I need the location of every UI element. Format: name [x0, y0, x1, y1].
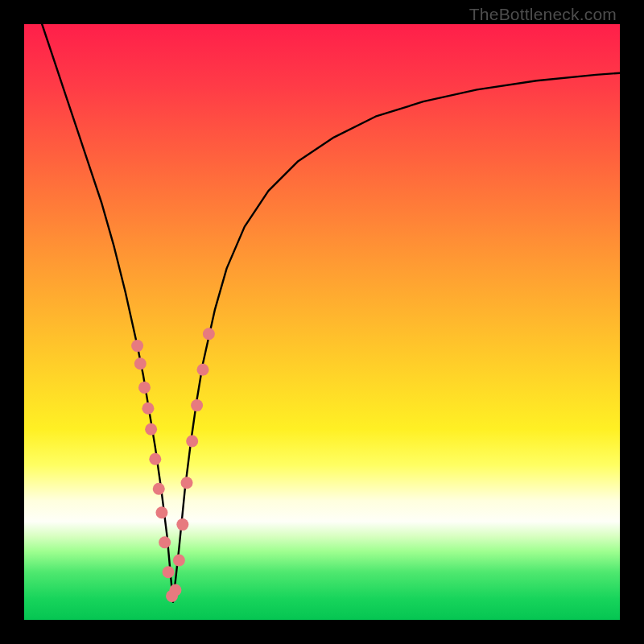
curve-marker	[145, 423, 157, 436]
curve-markers	[131, 328, 215, 602]
curve-marker	[149, 453, 161, 465]
curve-marker	[203, 328, 215, 340]
curve-marker	[176, 518, 188, 530]
curve-marker	[134, 357, 147, 369]
curve-marker	[153, 483, 165, 495]
outer-frame: TheBottleneck.com	[0, 0, 644, 644]
curve-marker	[173, 555, 185, 567]
curve-marker	[163, 566, 175, 578]
curve-marker	[197, 364, 209, 376]
curve-marker	[131, 340, 143, 352]
curve-marker	[138, 382, 151, 394]
curve-marker	[181, 477, 193, 489]
curve-layer	[24, 24, 620, 620]
bottleneck-curve	[42, 24, 620, 602]
curve-marker	[169, 584, 181, 597]
curve-marker	[191, 399, 203, 411]
curve-marker	[186, 436, 198, 448]
curve-marker	[159, 536, 171, 548]
plot-area	[24, 24, 620, 620]
watermark-text: TheBottleneck.com	[469, 5, 617, 24]
curve-marker	[155, 506, 167, 518]
curve-marker	[142, 402, 154, 415]
